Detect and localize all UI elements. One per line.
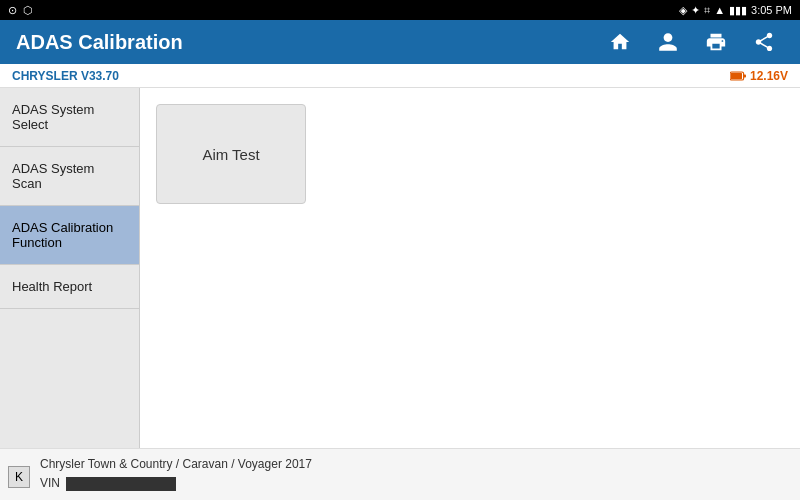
aim-test-label: Aim Test: [202, 146, 259, 163]
header-icons: [600, 24, 784, 60]
sidebar-item-health-report[interactable]: Health Report: [0, 265, 139, 309]
vehicle-info: Chrysler Town & Country / Caravan / Voya…: [40, 455, 312, 493]
sidebar-item-adas-system-select[interactable]: ADAS System Select: [0, 88, 139, 147]
headphone-icon: ⌗: [704, 4, 710, 17]
user-button[interactable]: [648, 24, 688, 60]
sidebar-item-adas-system-scan[interactable]: ADAS System Scan: [0, 147, 139, 206]
status-right-icons: ◈ ✦ ⌗ ▲ ▮▮▮ 3:05 PM: [679, 4, 792, 17]
android-icon: ⊙: [8, 4, 17, 17]
time-display: 3:05 PM: [751, 4, 792, 16]
status-left-icons: ⊙ ⬡: [8, 4, 33, 17]
battery-display: 12.16V: [730, 69, 788, 83]
battery-icon: ▮▮▮: [729, 4, 747, 17]
version-label: CHRYSLER V33.70: [12, 69, 119, 83]
collapse-button[interactable]: K: [8, 466, 30, 488]
print-button[interactable]: [696, 24, 736, 60]
svg-rect-1: [744, 74, 746, 77]
cast-icon: ⬡: [23, 4, 33, 17]
sidebar: ADAS System Select ADAS System Scan ADAS…: [0, 88, 140, 448]
status-bar: ⊙ ⬡ ◈ ✦ ⌗ ▲ ▮▮▮ 3:05 PM: [0, 0, 800, 20]
footer-info: K Chrysler Town & Country / Caravan / Vo…: [0, 448, 800, 500]
main-area: ADAS System Select ADAS System Scan ADAS…: [0, 88, 800, 448]
header: ADAS Calibration: [0, 20, 800, 64]
aim-test-card[interactable]: Aim Test: [156, 104, 306, 204]
content-area: Aim Test: [140, 88, 800, 448]
sub-header: CHRYSLER V33.70 12.16V: [0, 64, 800, 88]
app-title: ADAS Calibration: [16, 31, 183, 54]
sidebar-item-adas-calibration-function[interactable]: ADAS Calibration Function: [0, 206, 139, 265]
wifi-icon: ▲: [714, 4, 725, 16]
bluetooth-icon: ✦: [691, 4, 700, 17]
vehicle-line1: Chrysler Town & Country / Caravan / Voya…: [40, 455, 312, 474]
vin-value: [66, 477, 176, 491]
home-button[interactable]: [600, 24, 640, 60]
vin-row: VIN: [40, 474, 312, 493]
export-button[interactable]: [744, 24, 784, 60]
battery-icon: [730, 70, 746, 82]
vin-label: VIN: [40, 474, 60, 493]
location-icon: ◈: [679, 4, 687, 17]
svg-rect-2: [731, 72, 742, 78]
sidebar-spacer: [0, 309, 139, 448]
